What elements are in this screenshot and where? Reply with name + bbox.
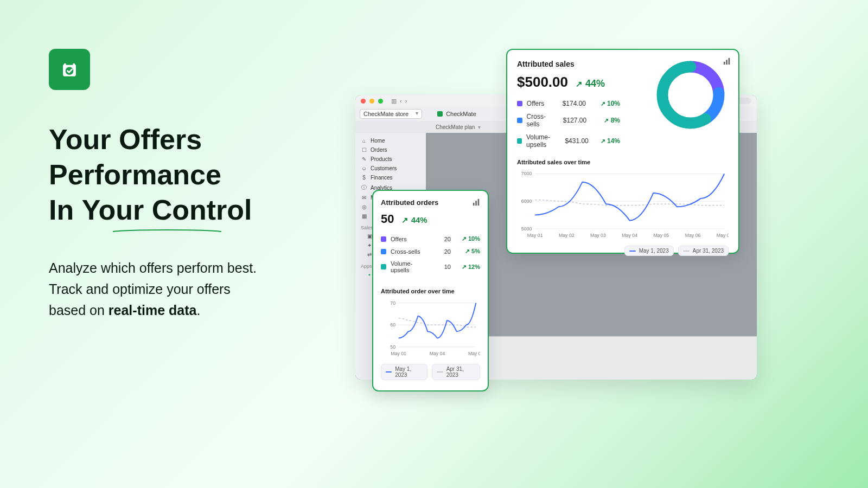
svg-text:6000: 6000 xyxy=(521,198,532,204)
finances-icon: $ xyxy=(361,175,367,181)
sidebar-item-home[interactable]: ⌂Home xyxy=(359,136,423,145)
sales-row-volume: Volume-upsells$431.00↗ 14% xyxy=(517,131,620,151)
arrow-up-icon: ↗ xyxy=(462,235,467,242)
sales-delta: ↗ 44% xyxy=(576,78,605,89)
hero-sub-line2b-prefix: based on xyxy=(49,303,108,318)
hero: Your Offers Performance In Your Control … xyxy=(49,122,342,320)
app-logo xyxy=(49,49,90,90)
svg-rect-1 xyxy=(724,62,725,65)
sidebar-item-label: Finances xyxy=(371,175,393,181)
sales-row-pct: ↗ 10% xyxy=(590,100,620,107)
svg-rect-3 xyxy=(729,58,730,65)
hero-sub-line2b-bold: real-time data xyxy=(108,303,197,318)
legend-current[interactable]: May 1, 2023 xyxy=(381,364,427,380)
hero-title: Your Offers Performance In Your Control xyxy=(49,122,342,228)
svg-text:May 07: May 07 xyxy=(468,351,480,356)
legend-current[interactable]: May 1, 2023 xyxy=(624,246,674,256)
hero-sub-line1: Analyze which offers perform best. xyxy=(49,260,257,275)
svg-text:50: 50 xyxy=(390,344,395,350)
legend-previous[interactable]: Apr 31, 2023 xyxy=(432,364,480,380)
svg-text:70: 70 xyxy=(390,300,395,306)
products-icon: ✎ xyxy=(361,156,367,162)
pct-value: 12% xyxy=(468,264,480,270)
legend-square-offers xyxy=(517,101,522,106)
maximize-dot-icon[interactable] xyxy=(378,99,383,104)
customers-icon: ☺ xyxy=(361,165,367,171)
legend-square-volume xyxy=(517,138,522,144)
sales-delta-value: 44% xyxy=(585,78,605,89)
legend-swatch-icon xyxy=(683,251,690,252)
sales-row-label: Cross-sells xyxy=(527,113,546,128)
forward-icon[interactable]: › xyxy=(405,98,407,105)
arrow-up-icon: ↗ xyxy=(401,215,409,224)
sidebar-item-finances[interactable]: $Finances xyxy=(359,173,423,182)
orders-delta: ↗ 44% xyxy=(401,215,427,225)
sales-row-value: $174.00 xyxy=(548,100,586,107)
sidebar-item-products[interactable]: ✎Products xyxy=(359,155,423,164)
orders-row-volume: Volume-upsells10↗ 12% xyxy=(381,258,480,276)
svg-text:May 02: May 02 xyxy=(559,233,575,238)
pct-value: 10% xyxy=(607,100,620,107)
orders-row-pct: ↗ 12% xyxy=(455,264,480,271)
orders-row-pct: ↗ 5% xyxy=(455,248,480,255)
sidebar-item-label: Home xyxy=(371,138,385,144)
app-name: CheckMate xyxy=(446,111,476,117)
chart-icon[interactable] xyxy=(473,198,480,206)
hero-subtitle: Analyze which offers perform best. Track… xyxy=(49,258,342,320)
orders-icon: ☐ xyxy=(361,147,367,153)
legend-label: Apr 31, 2023 xyxy=(446,366,475,378)
minimize-dot-icon[interactable] xyxy=(369,99,374,104)
hero-sub-line2b-suffix: . xyxy=(196,303,200,318)
sales-chart-title: Attributed sales over time xyxy=(517,159,729,165)
app-icon xyxy=(437,111,443,117)
arrow-up-icon: ↗ xyxy=(604,117,609,124)
sales-row-pct: ↗ 14% xyxy=(593,137,620,145)
attributed-sales-card: Attributed sales $500.00 ↗ 44% Offers$17… xyxy=(506,49,739,254)
sidebar-item-orders[interactable]: ☐Orders xyxy=(359,145,423,155)
svg-rect-22 xyxy=(475,201,477,206)
orders-row-label: Offers xyxy=(391,236,427,242)
donut-chart xyxy=(655,60,726,130)
orders-title: Attributed orders xyxy=(381,198,480,207)
home-icon: ⌂ xyxy=(361,138,367,144)
store-select[interactable]: CheckMate store xyxy=(360,109,422,119)
browser-nav: ▥ ‹ › xyxy=(391,98,407,105)
chevron-down-icon[interactable]: ▾ xyxy=(478,124,481,130)
plan-select-label: CheckMate plan xyxy=(436,124,475,130)
hero-line2: Performance xyxy=(49,159,221,190)
sales-row-cross: Cross-sells$127.00↗ 8% xyxy=(517,110,620,131)
pct-value: 8% xyxy=(611,117,620,124)
legend-square-offers xyxy=(381,236,386,242)
orders-row-pct: ↗ 10% xyxy=(455,235,480,242)
legend-previous[interactable]: Apr 31, 2023 xyxy=(678,246,729,256)
svg-rect-2 xyxy=(726,60,727,65)
sales-row-offers: Offers$174.00↗ 10% xyxy=(517,97,620,110)
sidebar-toggle-icon[interactable]: ▥ xyxy=(391,98,397,105)
orders-row-value: 20 xyxy=(431,236,451,242)
legend-square-cross xyxy=(381,249,386,254)
pct-value: 14% xyxy=(607,137,620,145)
hero-sub-line2a: Track and optimize your offers xyxy=(49,281,231,297)
legend-square-cross xyxy=(517,118,522,123)
sales-row-pct: ↗ 8% xyxy=(591,117,620,124)
orders-row-label: Cross-sells xyxy=(391,248,427,255)
back-icon[interactable]: ‹ xyxy=(400,98,402,105)
legend-label: Apr 31, 2023 xyxy=(693,248,724,254)
orders-line-chart: 506070May 01May 04May 07 xyxy=(381,299,480,358)
sidebar-item-label: Customers xyxy=(371,165,397,171)
arrow-up-icon: ↗ xyxy=(601,138,605,144)
chart-icon[interactable] xyxy=(723,57,731,65)
orders-chart-title: Attributed order over time xyxy=(381,288,480,294)
svg-text:May 07: May 07 xyxy=(717,233,729,238)
legend-square-volume xyxy=(381,264,386,269)
sales-line-chart: 500060007000May 01May 02May 03May 04May … xyxy=(517,170,729,240)
sidebar-item-customers[interactable]: ☺Customers xyxy=(359,164,423,173)
legend-swatch-icon xyxy=(437,371,443,373)
arrow-up-icon: ↗ xyxy=(576,79,583,88)
analytics-icon: ⓘ xyxy=(361,184,367,191)
arrow-up-icon: ↗ xyxy=(601,100,605,107)
close-dot-icon[interactable] xyxy=(361,99,366,104)
legend-label: May 1, 2023 xyxy=(395,366,423,378)
marketing-icon: ✉ xyxy=(361,195,367,201)
pct-value: 10% xyxy=(468,235,480,242)
